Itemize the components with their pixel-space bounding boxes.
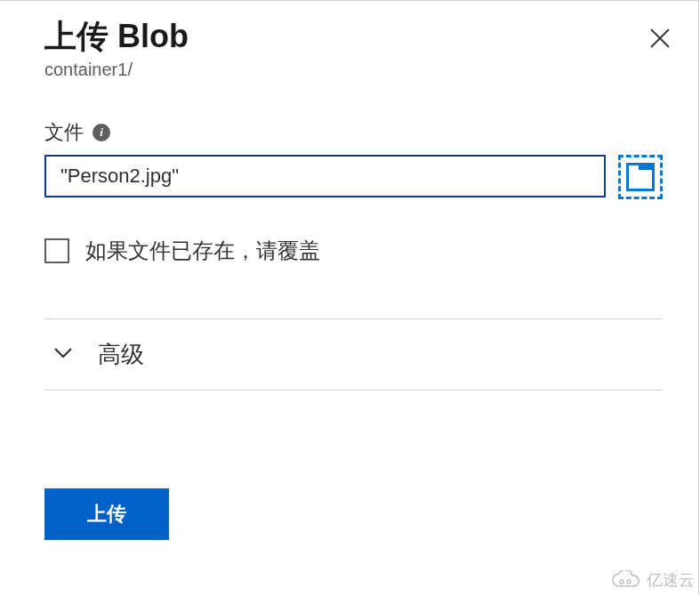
folder-icon — [626, 163, 655, 191]
file-label-row: 文件 i — [44, 119, 663, 146]
file-input[interactable] — [44, 155, 606, 197]
title-block: 上传 Blob container1/ — [44, 19, 189, 80]
close-icon — [648, 24, 672, 56]
advanced-toggle[interactable]: 高级 — [44, 318, 663, 391]
file-input-row — [44, 155, 663, 199]
upload-blob-panel: 上传 Blob container1/ 文件 i 如果文件已存在，请覆盖 高级 — [0, 0, 699, 594]
info-icon[interactable]: i — [93, 124, 110, 141]
overwrite-label: 如果文件已存在，请覆盖 — [85, 237, 320, 265]
overwrite-row: 如果文件已存在，请覆盖 — [44, 237, 663, 265]
advanced-label: 高级 — [98, 339, 144, 370]
file-field-block: 文件 i — [44, 119, 663, 199]
close-button[interactable] — [648, 26, 672, 54]
overwrite-checkbox[interactable] — [44, 238, 69, 263]
panel-title: 上传 Blob — [44, 19, 189, 54]
browse-button[interactable] — [618, 155, 663, 199]
chevron-down-icon — [53, 346, 73, 362]
upload-button[interactable]: 上传 — [44, 488, 169, 540]
panel-header: 上传 Blob container1/ — [44, 19, 663, 80]
file-label: 文件 — [44, 119, 84, 146]
panel-subtitle: container1/ — [44, 60, 189, 80]
